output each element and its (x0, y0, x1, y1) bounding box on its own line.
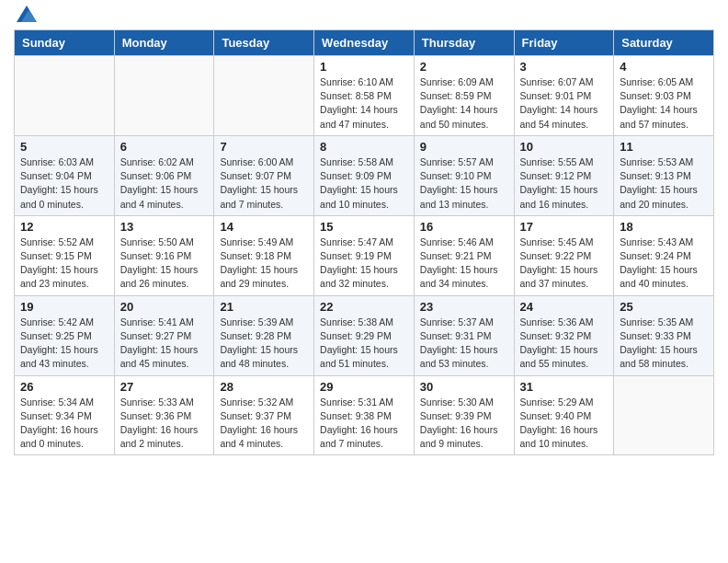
calendar-cell: 10Sunrise: 5:55 AM Sunset: 9:12 PM Dayli… (514, 135, 614, 215)
day-number: 26 (20, 380, 108, 394)
day-info: Sunrise: 5:35 AM Sunset: 9:33 PM Dayligh… (620, 316, 708, 372)
calendar-cell: 17Sunrise: 5:45 AM Sunset: 9:22 PM Dayli… (514, 215, 614, 295)
calendar-cell (114, 56, 214, 136)
day-info: Sunrise: 5:41 AM Sunset: 9:27 PM Dayligh… (120, 316, 209, 372)
day-info: Sunrise: 5:58 AM Sunset: 9:09 PM Dayligh… (320, 155, 408, 212)
calendar-cell: 4Sunrise: 6:05 AM Sunset: 9:03 PM Daylig… (614, 56, 714, 136)
calendar-week-row: 5Sunrise: 6:03 AM Sunset: 9:04 PM Daylig… (15, 135, 714, 215)
calendar-cell: 27Sunrise: 5:33 AM Sunset: 9:36 PM Dayli… (114, 375, 214, 455)
calendar-cell: 21Sunrise: 5:39 AM Sunset: 9:28 PM Dayli… (214, 295, 314, 375)
calendar-cell: 13Sunrise: 5:50 AM Sunset: 9:16 PM Dayli… (114, 215, 214, 295)
day-number: 19 (20, 300, 108, 314)
day-number: 28 (220, 380, 308, 394)
day-info: Sunrise: 5:37 AM Sunset: 9:31 PM Dayligh… (420, 316, 508, 372)
day-info: Sunrise: 5:42 AM Sunset: 9:25 PM Dayligh… (20, 316, 108, 372)
calendar-cell: 30Sunrise: 5:30 AM Sunset: 9:39 PM Dayli… (414, 375, 514, 455)
weekday-header: Friday (514, 30, 614, 56)
day-info: Sunrise: 5:47 AM Sunset: 9:19 PM Dayligh… (320, 236, 408, 292)
calendar-cell: 2Sunrise: 6:09 AM Sunset: 8:59 PM Daylig… (414, 56, 514, 136)
calendar-cell: 29Sunrise: 5:31 AM Sunset: 9:38 PM Dayli… (314, 375, 415, 455)
day-number: 27 (120, 380, 209, 394)
calendar-cell: 28Sunrise: 5:32 AM Sunset: 9:37 PM Dayli… (214, 375, 314, 455)
weekday-header: Saturday (614, 30, 714, 56)
day-info: Sunrise: 5:38 AM Sunset: 9:29 PM Dayligh… (320, 316, 408, 372)
day-info: Sunrise: 5:30 AM Sunset: 9:39 PM Dayligh… (420, 396, 508, 452)
calendar-cell: 25Sunrise: 5:35 AM Sunset: 9:33 PM Dayli… (614, 295, 714, 375)
day-number: 23 (420, 300, 508, 314)
day-info: Sunrise: 5:57 AM Sunset: 9:10 PM Dayligh… (420, 155, 508, 212)
calendar-cell: 14Sunrise: 5:49 AM Sunset: 9:18 PM Dayli… (214, 215, 314, 295)
logo (14, 9, 37, 22)
calendar-cell: 12Sunrise: 5:52 AM Sunset: 9:15 PM Dayli… (15, 215, 115, 295)
calendar-cell: 6Sunrise: 6:02 AM Sunset: 9:06 PM Daylig… (114, 135, 214, 215)
day-info: Sunrise: 5:31 AM Sunset: 9:38 PM Dayligh… (320, 396, 408, 452)
day-number: 11 (620, 140, 708, 154)
calendar-week-row: 12Sunrise: 5:52 AM Sunset: 9:15 PM Dayli… (15, 215, 714, 295)
day-info: Sunrise: 6:05 AM Sunset: 9:03 PM Dayligh… (620, 75, 708, 132)
day-info: Sunrise: 5:33 AM Sunset: 9:36 PM Dayligh… (120, 396, 209, 452)
calendar-cell (214, 56, 314, 136)
calendar-cell (614, 375, 714, 455)
day-info: Sunrise: 5:43 AM Sunset: 9:24 PM Dayligh… (620, 236, 708, 292)
day-info: Sunrise: 5:46 AM Sunset: 9:21 PM Dayligh… (420, 236, 508, 292)
day-info: Sunrise: 5:49 AM Sunset: 9:18 PM Dayligh… (220, 236, 308, 292)
calendar-cell: 5Sunrise: 6:03 AM Sunset: 9:04 PM Daylig… (15, 135, 115, 215)
day-info: Sunrise: 6:03 AM Sunset: 9:04 PM Dayligh… (20, 155, 108, 212)
day-number: 15 (320, 220, 408, 234)
weekday-header-row: SundayMondayTuesdayWednesdayThursdayFrid… (15, 30, 714, 56)
page: SundayMondayTuesdayWednesdayThursdayFrid… (0, 0, 728, 465)
weekday-header: Tuesday (214, 30, 314, 56)
day-info: Sunrise: 5:52 AM Sunset: 9:15 PM Dayligh… (20, 236, 108, 292)
calendar-cell: 11Sunrise: 5:53 AM Sunset: 9:13 PM Dayli… (614, 135, 714, 215)
calendar-cell: 15Sunrise: 5:47 AM Sunset: 9:19 PM Dayli… (314, 215, 415, 295)
calendar-cell: 24Sunrise: 5:36 AM Sunset: 9:32 PM Dayli… (514, 295, 614, 375)
day-number: 9 (420, 140, 508, 154)
day-number: 22 (320, 300, 408, 314)
weekday-header: Monday (114, 30, 214, 56)
day-info: Sunrise: 5:29 AM Sunset: 9:40 PM Dayligh… (520, 396, 609, 452)
day-number: 25 (620, 300, 708, 314)
calendar-week-row: 19Sunrise: 5:42 AM Sunset: 9:25 PM Dayli… (15, 295, 714, 375)
header (14, 9, 714, 22)
calendar-cell: 3Sunrise: 6:07 AM Sunset: 9:01 PM Daylig… (514, 56, 614, 136)
day-number: 31 (520, 380, 609, 394)
day-number: 2 (420, 60, 508, 74)
day-info: Sunrise: 6:07 AM Sunset: 9:01 PM Dayligh… (520, 75, 609, 132)
calendar-cell: 1Sunrise: 6:10 AM Sunset: 8:58 PM Daylig… (314, 56, 415, 136)
day-number: 30 (420, 380, 508, 394)
day-info: Sunrise: 5:55 AM Sunset: 9:12 PM Dayligh… (520, 155, 609, 212)
calendar-cell: 7Sunrise: 6:00 AM Sunset: 9:07 PM Daylig… (214, 135, 314, 215)
day-number: 17 (520, 220, 609, 234)
day-info: Sunrise: 5:36 AM Sunset: 9:32 PM Dayligh… (520, 316, 609, 372)
weekday-header: Sunday (15, 30, 115, 56)
day-number: 10 (520, 140, 609, 154)
day-number: 6 (120, 140, 209, 154)
day-number: 1 (320, 60, 408, 74)
day-info: Sunrise: 5:34 AM Sunset: 9:34 PM Dayligh… (20, 396, 108, 452)
weekday-header: Wednesday (314, 30, 415, 56)
day-info: Sunrise: 5:53 AM Sunset: 9:13 PM Dayligh… (620, 155, 708, 212)
day-number: 29 (320, 380, 408, 394)
calendar-cell: 22Sunrise: 5:38 AM Sunset: 9:29 PM Dayli… (314, 295, 415, 375)
day-info: Sunrise: 5:32 AM Sunset: 9:37 PM Dayligh… (220, 396, 308, 452)
day-info: Sunrise: 5:50 AM Sunset: 9:16 PM Dayligh… (120, 236, 209, 292)
calendar-cell: 23Sunrise: 5:37 AM Sunset: 9:31 PM Dayli… (414, 295, 514, 375)
day-info: Sunrise: 6:10 AM Sunset: 8:58 PM Dayligh… (320, 75, 408, 132)
weekday-header: Thursday (414, 30, 514, 56)
calendar-cell: 31Sunrise: 5:29 AM Sunset: 9:40 PM Dayli… (514, 375, 614, 455)
day-number: 3 (520, 60, 609, 74)
day-number: 21 (220, 300, 308, 314)
day-number: 13 (120, 220, 209, 234)
day-info: Sunrise: 5:45 AM Sunset: 9:22 PM Dayligh… (520, 236, 609, 292)
day-number: 8 (320, 140, 408, 154)
day-info: Sunrise: 6:09 AM Sunset: 8:59 PM Dayligh… (420, 75, 508, 132)
day-number: 18 (620, 220, 708, 234)
day-number: 20 (120, 300, 209, 314)
calendar-cell: 19Sunrise: 5:42 AM Sunset: 9:25 PM Dayli… (15, 295, 115, 375)
logo-icon (17, 6, 37, 22)
day-number: 7 (220, 140, 308, 154)
day-number: 14 (220, 220, 308, 234)
day-info: Sunrise: 6:02 AM Sunset: 9:06 PM Dayligh… (120, 155, 209, 212)
day-info: Sunrise: 5:39 AM Sunset: 9:28 PM Dayligh… (220, 316, 308, 372)
day-info: Sunrise: 6:00 AM Sunset: 9:07 PM Dayligh… (220, 155, 308, 212)
